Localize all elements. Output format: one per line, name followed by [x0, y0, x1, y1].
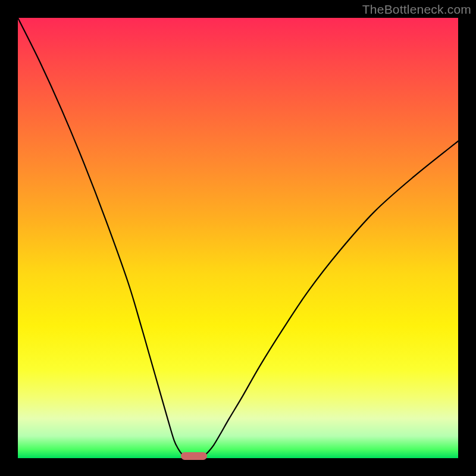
plot-area	[18, 18, 458, 458]
curve-right-branch	[201, 141, 458, 458]
bottleneck-curve	[18, 18, 458, 458]
min-marker-pill	[181, 452, 207, 460]
chart-frame: TheBottleneck.com	[0, 0, 476, 476]
curve-left-branch	[18, 18, 187, 458]
watermark-text: TheBottleneck.com	[362, 2, 471, 17]
